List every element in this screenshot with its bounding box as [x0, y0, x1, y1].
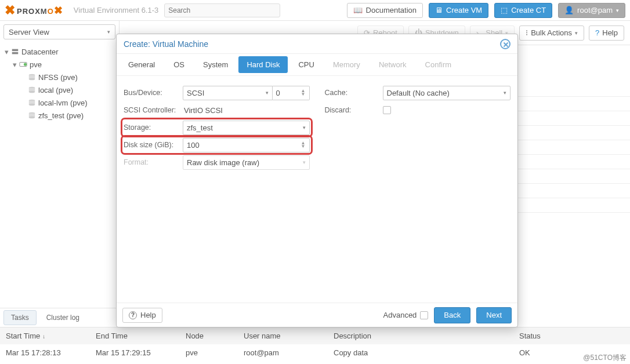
- bus-index-spinner[interactable]: 0▲▼: [273, 86, 310, 100]
- documentation-button[interactable]: 📖 Documentation: [347, 3, 423, 18]
- task-log-header: Start Time↓ End Time Node User name Desc…: [0, 327, 630, 344]
- cache-select[interactable]: Default (No cache)▾: [383, 86, 511, 100]
- task-row[interactable]: Mar 15 17:28:13 Mar 15 17:29:15 pve root…: [0, 344, 630, 361]
- spinner-icon: ▲▼: [301, 141, 306, 148]
- tab-memory: Memory: [325, 56, 368, 73]
- tab-confirm: Confirm: [417, 56, 460, 73]
- resource-tree: ▾ Datacenter ▾ pve NFSS (pve) local (pve…: [0, 43, 119, 308]
- create-vm-button[interactable]: 🖥 Create VM: [429, 3, 488, 18]
- field-disk-size-highlight: Disk size (GiB): 100▲▼: [122, 136, 312, 154]
- search-input[interactable]: [164, 3, 280, 17]
- svg-rect-0: [12, 49, 19, 52]
- bus-select[interactable]: SCSI▾: [183, 86, 273, 100]
- back-button[interactable]: Back: [434, 307, 470, 323]
- advanced-checkbox[interactable]: [420, 311, 428, 319]
- disk-icon: [28, 86, 36, 94]
- dialog-help-button[interactable]: ? Help: [122, 308, 162, 323]
- scsi-controller-value: VirtIO SCSI: [183, 106, 223, 115]
- tab-cluster-log[interactable]: Cluster log: [39, 310, 87, 325]
- svg-point-9: [29, 91, 35, 93]
- storage-select[interactable]: zfs_test▾: [183, 121, 310, 135]
- tree-storage[interactable]: local (pve): [0, 83, 119, 96]
- tab-hard-disk[interactable]: Hard Disk: [238, 56, 288, 73]
- chevron-down-icon: ▾: [616, 8, 619, 13]
- field-discard: Discard:: [325, 101, 511, 119]
- sidebar: Server View ▾ ▾ Datacenter ▾ pve NFSS (p…: [0, 21, 120, 327]
- chevron-down-icon: ▾: [107, 29, 110, 35]
- view-selector[interactable]: Server View ▾: [3, 24, 115, 39]
- svg-point-15: [29, 117, 35, 119]
- user-menu-button[interactable]: 👤 root@pam ▾: [558, 3, 625, 18]
- field-scsi-controller: SCSI Controller: VirtIO SCSI: [124, 101, 310, 119]
- field-format: Format: Raw disk image (raw)▾: [124, 154, 310, 171]
- help-icon: ?: [129, 311, 137, 319]
- help-icon: ?: [595, 28, 599, 37]
- bolt-icon: ⁝: [526, 28, 528, 37]
- col-status[interactable]: Status: [513, 332, 630, 340]
- chevron-down-icon: ▾: [504, 90, 506, 96]
- chevron-down-icon: ▾: [266, 90, 269, 96]
- book-icon: 📖: [353, 6, 363, 14]
- tab-cpu[interactable]: CPU: [290, 56, 322, 73]
- tab-tasks[interactable]: Tasks: [3, 310, 37, 325]
- disk-icon: [28, 99, 36, 107]
- disk-icon: [28, 111, 36, 119]
- next-button[interactable]: Next: [476, 307, 512, 323]
- advanced-toggle[interactable]: Advanced: [383, 311, 429, 319]
- chevron-down-icon: ▾: [303, 159, 306, 165]
- watermark: @51CTO博客: [583, 353, 627, 363]
- logo: ✖ PROXMO✖: [5, 3, 63, 18]
- tree-node-pve[interactable]: ▾ pve: [0, 58, 119, 71]
- tree-storage[interactable]: local-lvm (pve): [0, 96, 119, 109]
- field-storage-highlight: Storage: zfs_test▾: [122, 119, 312, 136]
- tab-system[interactable]: System: [195, 56, 236, 73]
- logo-x-icon: ✖: [5, 3, 16, 18]
- svg-point-3: [24, 63, 27, 65]
- wizard-tabs: General OS System Hard Disk CPU Memory N…: [117, 54, 517, 76]
- cube-icon: ⬚: [501, 6, 508, 14]
- dialog-title: Create: Virtual Machine: [124, 39, 208, 49]
- tree-storage[interactable]: zfs_test (pve): [0, 109, 119, 122]
- col-desc[interactable]: Description: [328, 332, 513, 340]
- tree-datacenter[interactable]: ▾ Datacenter: [0, 45, 119, 58]
- close-icon[interactable]: [500, 39, 510, 49]
- node-help-button[interactable]: ?Help: [589, 26, 624, 41]
- monitor-icon: 🖥: [435, 6, 443, 14]
- collapse-icon: ▾: [5, 48, 9, 56]
- collapse-icon: ▾: [13, 60, 17, 69]
- discard-checkbox[interactable]: [383, 106, 391, 114]
- node-icon: [19, 60, 27, 68]
- tab-os[interactable]: OS: [165, 56, 193, 73]
- create-ct-button[interactable]: ⬚ Create CT: [494, 3, 552, 18]
- chevron-down-icon: ▾: [303, 125, 306, 130]
- bulk-actions-button[interactable]: ⁝Bulk Actions▾: [519, 26, 584, 41]
- col-end[interactable]: End Time: [90, 332, 180, 340]
- col-start[interactable]: Start Time↓: [0, 332, 90, 340]
- bottom-tabs: Tasks Cluster log: [0, 308, 119, 327]
- col-user[interactable]: User name: [238, 332, 328, 340]
- chevron-down-icon: ▾: [575, 30, 578, 36]
- dialog-body: Bus/Device: SCSI▾ 0▲▼ SCSI Controller: V…: [117, 76, 517, 303]
- tree-storage[interactable]: NFSS (pve): [0, 71, 119, 83]
- server-icon: [11, 48, 19, 56]
- create-vm-dialog: Create: Virtual Machine General OS Syste…: [116, 34, 518, 327]
- env-label: Virtual Environment 6.1-3: [74, 6, 158, 14]
- dialog-titlebar: Create: Virtual Machine: [117, 34, 517, 54]
- spinner-icon: ▲▼: [301, 89, 306, 96]
- col-node[interactable]: Node: [180, 332, 238, 340]
- tab-general[interactable]: General: [120, 56, 163, 73]
- tab-network: Network: [371, 56, 415, 73]
- dialog-footer: ? Help Advanced Back Next: [117, 303, 517, 327]
- disk-size-spinner[interactable]: 100▲▼: [183, 138, 310, 152]
- svg-point-6: [29, 78, 35, 81]
- field-bus-device: Bus/Device: SCSI▾ 0▲▼: [124, 84, 310, 101]
- field-cache: Cache: Default (No cache)▾: [325, 84, 511, 101]
- top-bar: ✖ PROXMO✖ Virtual Environment 6.1-3 📖 Do…: [0, 0, 630, 21]
- sort-down-icon: ↓: [42, 333, 45, 340]
- disk-icon: [28, 73, 36, 81]
- svg-point-12: [29, 104, 35, 106]
- format-select: Raw disk image (raw)▾: [183, 155, 310, 170]
- user-icon: 👤: [564, 6, 574, 14]
- svg-rect-1: [12, 52, 19, 54]
